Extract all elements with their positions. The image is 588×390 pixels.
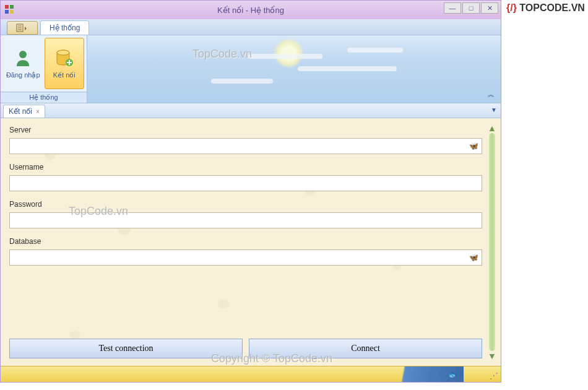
close-button[interactable]: ✕ xyxy=(481,2,498,14)
password-input[interactable] xyxy=(9,212,482,228)
ribbon-connect-button[interactable]: Kết nối xyxy=(45,38,85,89)
vertical-scrollbar[interactable]: ▲ ▼ xyxy=(487,123,497,361)
ribbon-connect-label: Kết nối xyxy=(53,71,76,79)
app-window: Kết nối - Hệ thống — □ ✕ Hệ thống Đăng n… xyxy=(0,0,501,383)
app-menu-button[interactable] xyxy=(7,21,38,35)
password-label: Password xyxy=(9,200,482,209)
user-icon xyxy=(13,48,33,69)
doc-tab-connect[interactable]: Kết nối × xyxy=(3,105,45,118)
test-connection-button[interactable]: Test connection xyxy=(9,339,243,358)
username-input[interactable] xyxy=(9,175,482,191)
server-input[interactable] xyxy=(9,138,482,154)
database-label: Database xyxy=(9,237,482,246)
svg-point-10 xyxy=(57,50,69,55)
svg-point-8 xyxy=(19,51,27,58)
database-input[interactable] xyxy=(9,249,482,266)
doc-tab-label: Kết nối xyxy=(9,107,32,116)
menubar: Hệ thống xyxy=(1,19,501,35)
resize-grip-icon[interactable]: ⋰ xyxy=(490,371,498,381)
scroll-up-icon[interactable]: ▲ xyxy=(487,123,497,133)
maximize-button[interactable]: □ xyxy=(462,2,480,14)
window-title: Kết nối - Hệ thống xyxy=(217,6,284,15)
titlebar: Kết nối - Hệ thống — □ ✕ xyxy=(1,1,501,19)
statusbar: 🐟 ⋰ xyxy=(1,366,501,382)
app-icon xyxy=(4,4,14,14)
document-tabstrip: Kết nối × ▼ xyxy=(1,103,501,118)
svg-rect-3 xyxy=(10,10,14,14)
connect-button[interactable]: Connect xyxy=(249,339,482,358)
ribbon-collapse-chevron-icon[interactable]: ︽ xyxy=(488,90,495,99)
butterfly-icon: 🦋 xyxy=(469,253,478,262)
server-label: Server xyxy=(9,126,482,134)
svg-rect-0 xyxy=(5,5,9,9)
database-icon xyxy=(54,48,74,69)
minimize-button[interactable]: — xyxy=(444,2,461,14)
ribbon-group-label: Hệ thống xyxy=(1,92,87,103)
username-label: Username xyxy=(9,163,482,171)
svg-rect-1 xyxy=(10,5,14,9)
doc-tab-close-icon[interactable]: × xyxy=(36,108,40,115)
ribbon-group-system: Đăng nhập Kết nối Hệ thống xyxy=(1,35,87,103)
ribbon-decoration xyxy=(87,35,501,103)
scroll-down-icon[interactable]: ▼ xyxy=(487,351,497,361)
butterfly-icon: 🦋 xyxy=(469,142,478,150)
menu-tab-system[interactable]: Hệ thống xyxy=(40,20,89,35)
fish-icon: 🐟 xyxy=(448,370,457,379)
svg-rect-2 xyxy=(5,10,9,14)
ribbon-login-label: Đăng nhập xyxy=(6,71,40,79)
ribbon: Đăng nhập Kết nối Hệ thống TopCode.vn ︽ xyxy=(1,35,501,103)
scroll-track[interactable] xyxy=(489,133,495,351)
ribbon-login-button[interactable]: Đăng nhập xyxy=(3,38,43,89)
form-panel: Server 🦋 Username Password Database 🦋 Te… xyxy=(1,118,501,366)
tabstrip-dropdown-icon[interactable]: ▼ xyxy=(491,106,497,113)
topcode-logo: {/} TOPCODE.VN xyxy=(506,2,585,14)
